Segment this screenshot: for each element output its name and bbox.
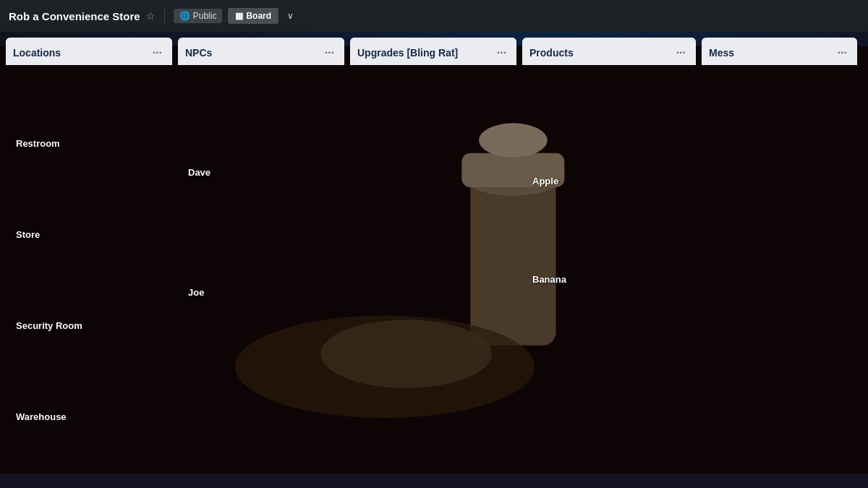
card-label-apple: Apple (532, 176, 558, 187)
card-label-security-room: Security Room (16, 320, 82, 331)
board-menu-button[interactable]: ∨ (284, 8, 297, 24)
globe-icon: 🌐 (179, 11, 190, 21)
card-label-joe: Joe (188, 287, 204, 298)
card-spill[interactable]: Spill (706, 298, 853, 370)
column-title-mess: Mess (709, 47, 734, 59)
column-header-upgrades: Upgrades [Bling Rat] ··· (350, 38, 516, 65)
card-label-dave: Dave (188, 167, 210, 178)
board-button[interactable]: ▦ Board (228, 8, 278, 24)
visibility-label: Public (193, 11, 217, 21)
column-menu-mess[interactable]: ··· (835, 45, 850, 61)
card-label-warehouse: Warehouse (16, 411, 67, 422)
column-mess: Mess ··· Fertiliser (702, 38, 857, 374)
star-button[interactable]: ☆ (146, 10, 156, 22)
svg-rect-91 (706, 298, 853, 370)
column-header-npcs: NPCs ··· (178, 38, 344, 65)
column-header-products: Products ··· (522, 38, 696, 65)
column-body-mess: Fertiliser Puddle (702, 65, 857, 374)
column-title-locations: Locations (13, 47, 61, 59)
header: Rob a Convenience Store ☆ 🌐 Public ▦ Boa… (0, 0, 868, 32)
column-menu-upgrades[interactable]: ··· (494, 45, 509, 61)
board: Locations ··· Restroom (0, 32, 868, 488)
column-title-products: Products (529, 47, 574, 59)
visibility-badge[interactable]: 🌐 Public (174, 9, 223, 23)
column-title-upgrades: Upgrades [Bling Rat] (357, 47, 458, 59)
column-menu-products[interactable]: ··· (673, 45, 689, 61)
column-menu-locations[interactable]: ··· (150, 45, 165, 61)
board-label: Board (246, 11, 271, 21)
column-menu-npcs[interactable]: ··· (322, 45, 337, 61)
card-label-banana: Banana (532, 274, 566, 285)
column-header-mess: Mess ··· (702, 38, 857, 65)
board-icon: ▦ (235, 11, 243, 21)
card-label-restroom: Restroom (16, 138, 60, 149)
app-title: Rob a Convenience Store (9, 10, 140, 22)
column-title-npcs: NPCs (185, 47, 212, 59)
header-divider (164, 9, 165, 23)
card-label-store: Store (16, 229, 40, 240)
card-image-spill: Spill (706, 298, 853, 370)
column-header-locations: Locations ··· (6, 38, 172, 65)
